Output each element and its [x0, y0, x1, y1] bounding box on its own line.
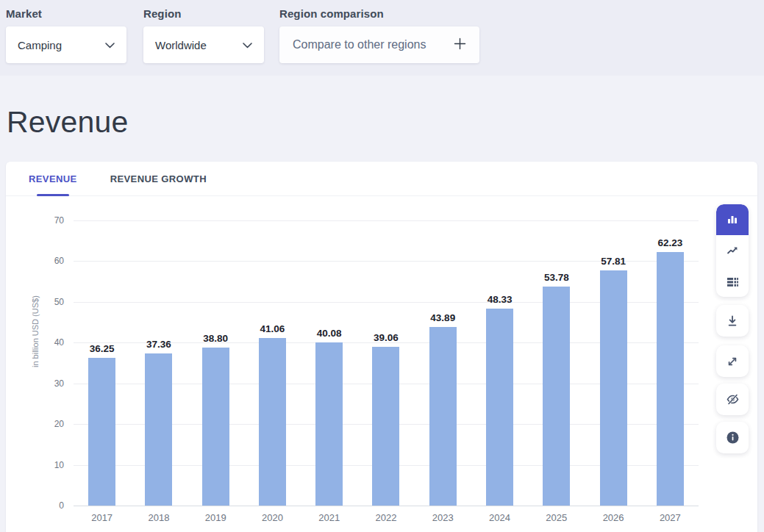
- bar-value-label: 43.89: [430, 312, 455, 323]
- bar-fill: [486, 309, 513, 506]
- compare-regions-button[interactable]: Compare to other regions: [279, 26, 479, 63]
- bar-fill: [600, 270, 627, 506]
- market-value: Camping: [18, 39, 62, 51]
- market-label: Market: [6, 7, 126, 20]
- region-value: Worldwide: [155, 39, 207, 51]
- chart-type-switcher: [716, 204, 749, 297]
- x-axis-tick: 2020: [244, 512, 301, 523]
- bar-2025[interactable]: 53.78: [543, 287, 570, 506]
- y-axis-tick: 70: [54, 215, 74, 226]
- x-axis-tick: 2017: [74, 512, 130, 523]
- info-icon[interactable]: [716, 422, 749, 453]
- x-axis-tick: 2027: [642, 512, 699, 523]
- region-filter: Region Worldwide: [143, 7, 264, 63]
- revenue-card: REVENUE REVENUE GROWTH in billion USD (U…: [6, 162, 757, 532]
- y-axis-tick: 20: [54, 419, 74, 429]
- table-icon[interactable]: [716, 266, 749, 297]
- bar-value-label: 41.06: [260, 323, 285, 334]
- y-axis-tick: 40: [54, 337, 74, 348]
- expand-icon[interactable]: [716, 345, 749, 377]
- x-axis-tick: 2026: [585, 512, 641, 523]
- bar-chart-plot: 010203040506070201736.25201837.36201938.…: [74, 220, 699, 506]
- tab-bar: REVENUE REVENUE GROWTH: [6, 162, 757, 196]
- chevron-down-icon: [243, 38, 252, 51]
- x-axis-tick: 2024: [471, 512, 528, 523]
- x-axis-tick: 2025: [528, 512, 585, 523]
- bar-value-label: 48.33: [488, 294, 513, 305]
- bar-group-2022: 39.06: [357, 220, 414, 506]
- bar-fill: [88, 358, 115, 506]
- bar-group-2018: 37.36: [130, 220, 187, 506]
- region-label: Region: [143, 7, 264, 20]
- x-axis-tick: 2022: [357, 512, 414, 523]
- bar-group-2026: 57.81: [585, 220, 641, 506]
- bar-fill: [202, 348, 229, 506]
- y-axis-title: in billion USD (US$): [31, 295, 40, 367]
- bar-2017[interactable]: 36.25: [88, 358, 115, 506]
- bar-2020[interactable]: 41.06: [259, 338, 286, 506]
- bar-2026[interactable]: 57.81: [600, 270, 627, 506]
- page-title: Revenue: [7, 105, 129, 140]
- x-axis-line: [74, 506, 699, 506]
- bar-group-2021: 40.08: [301, 220, 357, 506]
- bar-group-2017: 36.25: [74, 220, 130, 506]
- compare-regions-button-label: Compare to other regions: [293, 38, 426, 51]
- bar-2024[interactable]: 48.33: [486, 309, 513, 506]
- bar-value-label: 53.78: [544, 272, 569, 283]
- bar-group-2024: 48.33: [471, 220, 528, 506]
- y-axis-tick: 0: [59, 500, 74, 511]
- plus-icon: [454, 37, 466, 52]
- bar-2027[interactable]: 62.23: [657, 252, 684, 506]
- bar-value-label: 38.80: [203, 333, 228, 344]
- bar-value-label: 40.08: [317, 328, 342, 339]
- x-axis-tick: 2021: [301, 512, 357, 523]
- bar-value-label: 37.36: [146, 339, 171, 350]
- bar-value-label: 62.23: [657, 237, 682, 248]
- hide-icon[interactable]: [716, 384, 749, 415]
- chevron-down-icon: [105, 38, 115, 51]
- tab-revenue-growth[interactable]: REVENUE GROWTH: [104, 162, 213, 195]
- y-axis-tick: 10: [54, 460, 74, 470]
- y-axis-tick: 50: [54, 297, 74, 307]
- bar-value-label: 36.25: [90, 343, 115, 354]
- bar-fill: [145, 353, 172, 506]
- tab-revenue-label: REVENUE: [29, 173, 77, 184]
- bar-fill: [429, 327, 457, 506]
- bar-group-2019: 38.80: [188, 220, 244, 506]
- x-axis-tick: 2019: [188, 512, 244, 523]
- bar-2019[interactable]: 38.80: [202, 348, 229, 506]
- bar-value-label: 57.81: [601, 256, 626, 267]
- bar-group-2025: 53.78: [528, 220, 585, 506]
- bar-value-label: 39.06: [374, 332, 399, 343]
- x-axis-tick: 2023: [415, 512, 471, 523]
- bar-group-2027: 62.23: [642, 220, 699, 506]
- bar-2022[interactable]: 39.06: [372, 347, 399, 506]
- bar-fill: [259, 338, 286, 506]
- bar-2023[interactable]: 43.89: [429, 327, 457, 506]
- bar-fill: [657, 252, 684, 506]
- filter-band: Market Camping Region Worldwide Region c…: [0, 0, 764, 76]
- region-select[interactable]: Worldwide: [143, 26, 264, 63]
- bar-2018[interactable]: 37.36: [145, 353, 172, 506]
- bar-2021[interactable]: 40.08: [315, 342, 343, 506]
- bar-group-2020: 41.06: [244, 220, 301, 506]
- market-filter: Market Camping: [6, 7, 126, 63]
- bar-fill: [315, 342, 343, 506]
- y-axis-tick: 30: [54, 378, 74, 389]
- line-chart-icon[interactable]: [716, 235, 749, 266]
- chart-region: in billion USD (US$) 0102030405060702017…: [6, 196, 757, 532]
- y-axis-tick: 60: [54, 256, 74, 266]
- region-comparison-filter: Region comparison Compare to other regio…: [279, 7, 479, 63]
- market-select[interactable]: Camping: [6, 26, 126, 63]
- tab-revenue-growth-label: REVENUE GROWTH: [110, 173, 207, 184]
- bar-group-2023: 43.89: [415, 220, 471, 506]
- bar-chart-icon[interactable]: [716, 204, 749, 235]
- bar-fill: [372, 347, 399, 506]
- tab-revenue[interactable]: REVENUE: [23, 162, 83, 195]
- region-comparison-label: Region comparison: [279, 7, 479, 20]
- bar-fill: [543, 287, 570, 506]
- download-icon[interactable]: [716, 305, 749, 337]
- x-axis-tick: 2018: [130, 512, 187, 523]
